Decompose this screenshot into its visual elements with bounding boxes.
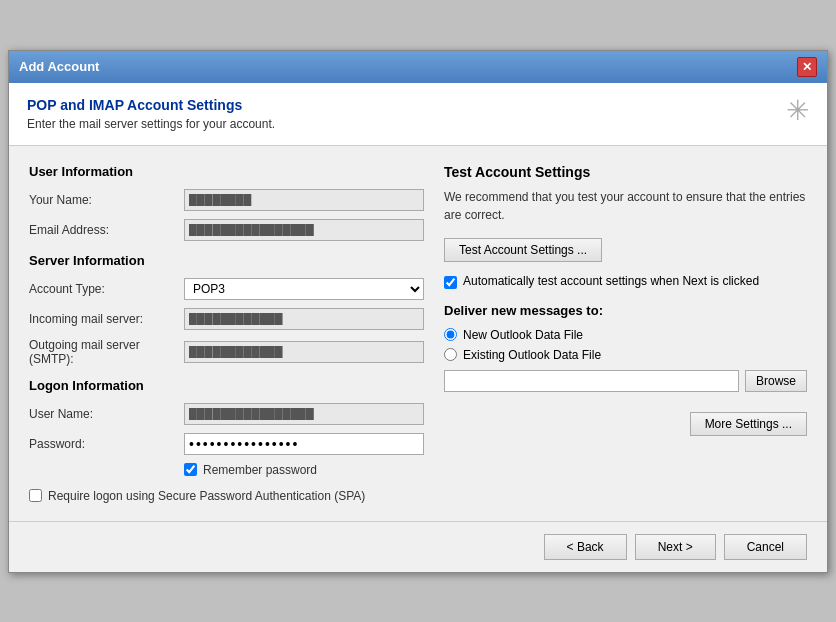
deliver-title: Deliver new messages to: xyxy=(444,303,807,318)
header-subtitle: Enter the mail server settings for your … xyxy=(27,117,275,131)
browse-button[interactable]: Browse xyxy=(745,370,807,392)
your-name-row: Your Name: xyxy=(29,189,424,211)
auto-test-checkbox[interactable] xyxy=(444,276,457,289)
remember-password-label: Remember password xyxy=(203,463,317,477)
close-button[interactable]: ✕ xyxy=(797,57,817,77)
more-settings-row: More Settings ... xyxy=(444,412,807,436)
server-info-section: Server Information xyxy=(29,253,424,268)
right-panel: Test Account Settings We recommend that … xyxy=(444,164,807,503)
next-button[interactable]: Next > xyxy=(635,534,716,560)
email-address-input[interactable] xyxy=(184,219,424,241)
outgoing-server-row: Outgoing mail server (SMTP): xyxy=(29,338,424,366)
spa-row: Require logon using Secure Password Auth… xyxy=(29,489,424,503)
spa-label: Require logon using Secure Password Auth… xyxy=(48,489,365,503)
test-settings-description: We recommend that you test your account … xyxy=(444,188,807,224)
outgoing-server-input[interactable] xyxy=(184,341,424,363)
server-information-title: Server Information xyxy=(29,253,424,268)
your-name-label: Your Name: xyxy=(29,193,184,207)
password-label: Password: xyxy=(29,437,184,451)
remember-password-checkbox[interactable] xyxy=(184,463,197,476)
incoming-server-row: Incoming mail server: xyxy=(29,308,424,330)
account-type-wrapper: POP3 IMAP xyxy=(184,278,424,300)
spa-checkbox[interactable] xyxy=(29,489,42,502)
header-section: POP and IMAP Account Settings Enter the … xyxy=(9,83,827,146)
password-row: Password: xyxy=(29,433,424,455)
browse-row: Browse xyxy=(444,370,807,392)
your-name-input[interactable] xyxy=(184,189,424,211)
cancel-button[interactable]: Cancel xyxy=(724,534,807,560)
account-type-select[interactable]: POP3 IMAP xyxy=(184,278,424,300)
add-account-window: Add Account ✕ POP and IMAP Account Setti… xyxy=(8,50,828,573)
username-row: User Name: xyxy=(29,403,424,425)
existing-outlook-radio[interactable] xyxy=(444,348,457,361)
account-type-label: Account Type: xyxy=(29,282,184,296)
title-bar: Add Account ✕ xyxy=(9,51,827,83)
left-panel: User Information Your Name: Email Addres… xyxy=(29,164,424,503)
email-address-label: Email Address: xyxy=(29,223,184,237)
window-title: Add Account xyxy=(19,59,99,74)
new-outlook-row: New Outlook Data File xyxy=(444,328,807,342)
account-type-row: Account Type: POP3 IMAP xyxy=(29,278,424,300)
existing-outlook-label: Existing Outlook Data File xyxy=(463,348,601,362)
username-input[interactable] xyxy=(184,403,424,425)
new-outlook-label: New Outlook Data File xyxy=(463,328,583,342)
auto-test-label: Automatically test account settings when… xyxy=(463,274,759,288)
footer: < Back Next > Cancel xyxy=(9,521,827,572)
new-outlook-radio[interactable] xyxy=(444,328,457,341)
more-settings-button[interactable]: More Settings ... xyxy=(690,412,807,436)
logon-information-title: Logon Information xyxy=(29,378,424,393)
existing-outlook-row: Existing Outlook Data File xyxy=(444,348,807,362)
test-account-settings-button[interactable]: Test Account Settings ... xyxy=(444,238,602,262)
test-settings-title: Test Account Settings xyxy=(444,164,807,180)
remember-password-row: Remember password xyxy=(29,463,424,477)
back-button[interactable]: < Back xyxy=(544,534,627,560)
header-text: POP and IMAP Account Settings Enter the … xyxy=(27,97,275,131)
main-content: User Information Your Name: Email Addres… xyxy=(9,146,827,521)
auto-test-row: Automatically test account settings when… xyxy=(444,274,807,289)
user-information-title: User Information xyxy=(29,164,424,179)
incoming-server-input[interactable] xyxy=(184,308,424,330)
logon-info-section: Logon Information xyxy=(29,378,424,393)
password-input[interactable] xyxy=(184,433,424,455)
username-label: User Name: xyxy=(29,407,184,421)
header-title: POP and IMAP Account Settings xyxy=(27,97,275,113)
outgoing-server-label: Outgoing mail server (SMTP): xyxy=(29,338,184,366)
header-icon: ✳ xyxy=(786,97,809,125)
browse-input[interactable] xyxy=(444,370,739,392)
email-address-row: Email Address: xyxy=(29,219,424,241)
incoming-server-label: Incoming mail server: xyxy=(29,312,184,326)
